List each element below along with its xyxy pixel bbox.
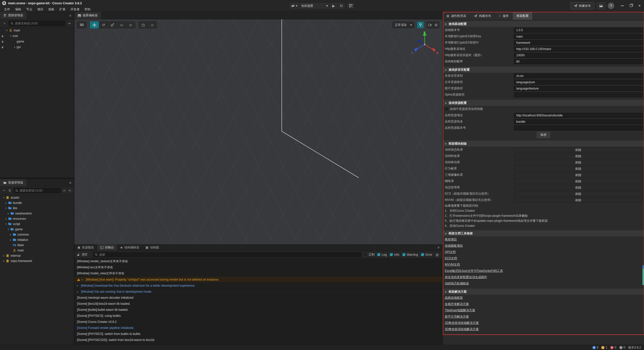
lock-icon[interactable] [0, 35, 5, 37]
expand-icon[interactable]: ▸ [77, 284, 79, 287]
section-header-1[interactable]: ∨ 游戏多语言配置 [443, 67, 644, 73]
console-message-2[interactable]: [Window] model_view文件夹不存在 [74, 271, 442, 277]
asset-node-Main[interactable]: TS Main [0, 242, 74, 248]
transform-tool-button[interactable]: ∪ [126, 21, 135, 28]
3d-toggle-button[interactable]: 3D [77, 21, 86, 28]
remove-module-button-7[interactable]: 剔除 [514, 191, 643, 196]
camera-settings-button[interactable] [427, 21, 433, 28]
menu-item-4[interactable]: 面板 [46, 7, 57, 12]
console-message-9[interactable]: [Scene] [PHYSICS]: using builtin. [74, 313, 442, 319]
rect-tool-button[interactable]: ▭ [117, 21, 126, 28]
help-button[interactable]: ? [608, 3, 614, 9]
chevron-down-icon[interactable]: ▾ [4, 223, 8, 225]
console-search[interactable] [93, 252, 361, 257]
filter-error[interactable]: Error [421, 253, 432, 256]
doc-link-4-7[interactable]: 动画状态机编辑器 [445, 281, 469, 286]
chevron-right-icon[interactable]: ▸ [13, 46, 17, 48]
tab-scene-editor[interactable]: 场景编辑器 [74, 12, 101, 19]
menu-item-6[interactable]: 开发者 [68, 7, 82, 12]
filter-log[interactable]: Log [377, 253, 387, 256]
chevron-down-icon[interactable]: ▾ [5, 29, 9, 32]
doc-link-4-5[interactable]: Excel格式转Json文件与TypeScript代码工具 [445, 269, 503, 273]
remote-load-checkbox[interactable] [445, 107, 448, 111]
console-tab-1[interactable]: 控制台 [97, 244, 117, 251]
play-button[interactable]: ▶ [330, 3, 337, 9]
section-header-2[interactable]: ∨ 游戏资源配置 [443, 100, 644, 106]
chevron-right-icon[interactable]: ▸ [2, 254, 6, 257]
doc-link-4-1[interactable]: 游戏模板项目 [445, 244, 463, 248]
doc-link-5-3[interactable]: 新手引导解决方案 [445, 315, 469, 319]
chevron-right-icon[interactable]: ▸ [7, 212, 10, 215]
chevron-right-icon[interactable]: ▸ [9, 239, 12, 241]
assets-search[interactable] [13, 188, 61, 193]
chevron-right-icon[interactable]: ▸ [4, 217, 8, 220]
console-message-12[interactable]: [Scene] [PHYSICS]: switch from builtin t… [74, 331, 442, 337]
field-input-1-1[interactable] [514, 80, 643, 85]
filter-log-checkbox[interactable] [377, 253, 380, 256]
tab-hierarchy[interactable]: 层级管理器 [0, 12, 26, 19]
hierarchy-node-root[interactable]: ▾ root [0, 33, 74, 39]
filter-warning[interactable]: Warning [402, 253, 418, 256]
expand-icon[interactable]: ▸ [77, 290, 79, 293]
chevron-right-icon[interactable]: ▸ [4, 202, 8, 204]
console-message-13[interactable]: [Scene] [PHYSICS2D]: switch from box2d-w… [74, 337, 442, 343]
console-message-11[interactable]: [Scene] Forward render pipeline initiali… [74, 325, 442, 331]
remove-module-button-1[interactable]: 剔除 [514, 154, 643, 159]
hierarchy-menu-icon[interactable]: ≡ [66, 12, 74, 19]
remove-module-button-2[interactable]: 剔除 [514, 160, 643, 165]
info-count[interactable]: ? 3 [592, 346, 598, 349]
menu-item-5[interactable]: 扩展 [57, 7, 68, 12]
asset-node-script[interactable]: ▾ script [0, 221, 74, 227]
doc-link-5-4[interactable]: 2D角色扮演游戏解决方案 [445, 321, 479, 325]
error-count[interactable]: × 0 [610, 346, 616, 349]
restart-button[interactable]: ↻ [338, 3, 345, 9]
coordinate-toggle-button[interactable]: ◇ [148, 21, 157, 28]
section-header-5[interactable]: ∨ 框架解决方案 [443, 289, 644, 295]
field-input-2-0[interactable] [514, 113, 643, 118]
filter-info-checkbox[interactable] [390, 253, 393, 256]
remove-module-button-3[interactable]: 剔除 [514, 166, 643, 171]
console-message-7[interactable]: [Scene] [box2d]:box2d wasm lib loaded. [74, 301, 442, 307]
chevron-down-icon[interactable]: ▾ [4, 207, 8, 209]
field-input-1-3[interactable] [514, 92, 643, 97]
doc-link-4-2[interactable]: API文档 [445, 250, 456, 254]
asset-node-main[interactable]: main [0, 248, 74, 253]
doc-link-5-1[interactable]: 全栈开发解决方案 [445, 302, 469, 306]
doc-link-4-6[interactable]: 原生包热更新配置自动生成插件 [445, 275, 487, 279]
remove-module-button-4[interactable]: 剔除 [514, 172, 643, 178]
view-gizmo[interactable]: Y X z [408, 29, 441, 59]
asset-node-bundle[interactable]: ▸ bundle [0, 200, 74, 205]
regex-checkbox[interactable] [364, 253, 367, 256]
doc-link-5-0[interactable]: 战棋游戏框架 [445, 296, 463, 300]
doc-link-4-0[interactable]: 教程项目 [445, 237, 457, 242]
assets-menu-icon[interactable]: ≡ [66, 179, 74, 186]
lock-icon[interactable] [0, 46, 5, 49]
console-message-3[interactable]: ▸ [Window] [Vue warn]: Property "onInput… [74, 277, 442, 283]
platform-select[interactable]: ▾ [289, 3, 299, 9]
asset-node-assets[interactable]: ▾ assets [0, 195, 74, 200]
section-header-3[interactable]: ∨ 框架模块剔除 [443, 141, 644, 147]
save-button[interactable]: 保存 [537, 132, 550, 138]
qr-preview-button[interactable] [347, 3, 355, 9]
filter-info[interactable]: Info [390, 253, 399, 256]
remove-module-button-0[interactable]: 剔除 [514, 147, 643, 152]
rotate-tool-button[interactable]: ↺ [99, 21, 108, 28]
asset-node-internal[interactable]: ▸ internal [0, 253, 74, 258]
menu-item-1[interactable]: 编辑 [13, 7, 24, 12]
field-input-2-2[interactable] [514, 125, 643, 130]
field-input-0-1[interactable] [514, 34, 643, 39]
open-project-folder-button[interactable] [597, 2, 605, 9]
current-scene-select[interactable]: 当前场景 ▾ [299, 3, 330, 9]
maximize-button[interactable] [629, 4, 633, 8]
chevron-right-icon[interactable]: ▸ [9, 233, 12, 236]
chevron-right-icon[interactable]: ▸ [2, 260, 6, 262]
asset-node-common[interactable]: ▸ common [0, 232, 74, 237]
field-input-0-2[interactable] [514, 40, 643, 45]
inspector-tab-3[interactable]: 框架配置 [513, 12, 533, 20]
section-header-0[interactable]: ∨ 游戏基础配置 [443, 21, 644, 27]
field-input-0-4[interactable] [514, 53, 643, 58]
asset-node-oops-framework[interactable]: ▸ oops-framework [0, 258, 74, 264]
inspector-tab-2[interactable]: ∷ 服务 [495, 12, 513, 20]
console-message-6[interactable]: [Scene] meshopt wasm decoder initialized [74, 295, 442, 301]
assets-refresh-icon[interactable]: ↻ [68, 188, 72, 193]
